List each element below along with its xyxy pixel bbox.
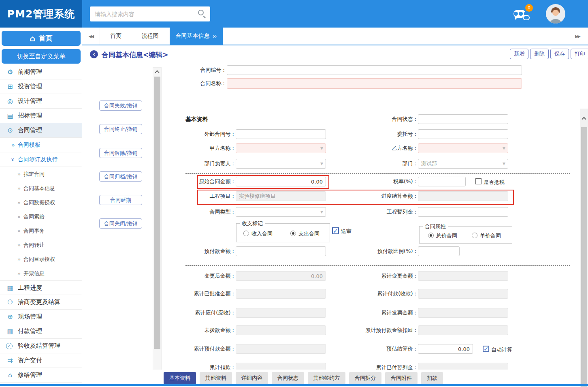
tab-close-icon[interactable]: ⊗ <box>213 33 217 39</box>
text-field[interactable] <box>418 129 508 139</box>
sidebar-item[interactable]: ⚇洽商变更及结算 <box>0 295 82 310</box>
bottom-tab[interactable]: 基本资料 <box>164 372 196 384</box>
sidebar-home-button[interactable]: ⌂ 首页 <box>2 31 81 46</box>
text-field[interactable] <box>418 177 466 186</box>
contract-action-button[interactable]: 合同归档/撤销 <box>99 171 142 182</box>
contract-action-button[interactable]: 合同延期 <box>99 195 142 205</box>
field-input[interactable] <box>236 177 326 186</box>
select-field[interactable]: ▼ <box>236 159 326 169</box>
search-icon[interactable] <box>198 10 204 15</box>
bottom-tab[interactable]: 其他签约方 <box>308 372 345 384</box>
bottom-tab[interactable]: 合同状态 <box>272 372 304 384</box>
chat-icon-secondary <box>523 15 530 20</box>
sidebar-item[interactable]: ⊕现场管理 <box>0 310 82 324</box>
radio-button[interactable] <box>428 233 434 238</box>
sidebar-item[interactable]: ⇉资产交付 <box>0 353 82 368</box>
bottom-tab[interactable]: 其他资料 <box>200 372 232 384</box>
contract-action-button[interactable]: 合同终止/撤销 <box>99 124 142 134</box>
add-button[interactable]: 新增 <box>510 49 528 59</box>
field-input[interactable] <box>236 129 326 139</box>
bottom-tab[interactable]: 扣款 <box>421 372 443 384</box>
save-button[interactable]: 保存 <box>550 49 569 59</box>
text-field[interactable] <box>236 246 326 256</box>
field-input[interactable] <box>418 207 508 217</box>
text-field[interactable] <box>418 114 508 124</box>
radio-button[interactable] <box>243 231 249 236</box>
print-button[interactable]: 打印 <box>571 49 588 59</box>
switch-menu-button[interactable]: 切换至自定义菜单 <box>2 49 81 64</box>
sidebar-item[interactable]: ⊙合同管理 <box>0 123 82 138</box>
inner-scrollbar[interactable] <box>153 67 162 383</box>
sidebar-item[interactable]: »开票信息 <box>0 266 82 280</box>
text-field[interactable] <box>418 344 473 354</box>
tab-1[interactable]: 首页 <box>101 28 130 45</box>
page-scrollbar-thumb[interactable] <box>581 127 587 387</box>
select-field[interactable]: ▼ <box>236 143 326 153</box>
sidebar-item[interactable]: ▦工程进度 <box>0 280 82 295</box>
radio-button[interactable] <box>472 233 477 238</box>
checkbox[interactable]: ✓ <box>483 346 489 352</box>
field-input[interactable] <box>236 246 326 256</box>
text-field[interactable] <box>227 78 522 89</box>
text-field[interactable] <box>227 65 522 75</box>
sidebar-item[interactable]: ◎设计管理 <box>0 94 82 109</box>
field-input[interactable] <box>236 207 326 217</box>
field-input[interactable] <box>418 177 466 186</box>
bottom-tab[interactable]: 合同附件 <box>385 372 418 384</box>
expand-tabs-icon[interactable]: ▶▶ <box>569 28 586 45</box>
text-field[interactable] <box>418 246 460 256</box>
sidebar-item[interactable]: »合同数据授权 <box>0 195 82 210</box>
page-scrollbar[interactable] <box>580 109 588 387</box>
sidebar-item[interactable]: ⌂修缮管理 <box>0 368 82 383</box>
checkbox[interactable]: ✓ <box>332 227 339 234</box>
sidebar-item-label: 资产交付 <box>18 357 42 364</box>
bottom-tab[interactable]: 合同拆分 <box>349 372 381 384</box>
search-input[interactable] <box>95 6 196 21</box>
sidebar-item[interactable]: »合同模板 <box>0 138 82 152</box>
select-field[interactable]: ▼ <box>418 159 508 169</box>
contract-action-button[interactable]: 合同解除/撤销 <box>99 148 142 158</box>
page-scroll-up-icon[interactable] <box>582 117 586 121</box>
sidebar-item-label: 合同数据授权 <box>23 199 55 206</box>
contract-action-button[interactable]: 合同失效/撤销 <box>99 100 142 111</box>
field-input[interactable] <box>236 143 326 153</box>
field-input[interactable] <box>418 143 508 153</box>
collapse-tabs-icon[interactable]: ◀◀ <box>82 28 100 45</box>
field-input[interactable] <box>236 159 326 169</box>
sidebar-item[interactable]: ⚙前期管理 <box>0 65 82 79</box>
sidebar-item[interactable]: ▥付款管理 <box>0 324 82 339</box>
radio-button[interactable] <box>290 231 296 236</box>
sidebar-item[interactable]: »拟定合同 <box>0 167 82 181</box>
tab-3[interactable]: 合同基本信息⊗ <box>170 28 223 45</box>
text-field[interactable] <box>236 129 326 139</box>
select-field[interactable]: ▼ <box>418 143 508 153</box>
sidebar-item[interactable]: »合同事务 <box>0 224 82 238</box>
sidebar-item[interactable]: »合同签订及执行 <box>0 152 82 167</box>
delete-button[interactable]: 删除 <box>530 49 549 59</box>
sidebar-item[interactable]: »合同索赔 <box>0 210 82 224</box>
sidebar-item[interactable]: »合同转让 <box>0 238 82 252</box>
back-button[interactable]: ‹ <box>90 50 98 58</box>
sidebar-item[interactable]: ✓验收及结算管理 <box>0 339 82 353</box>
contract-action-button[interactable]: 合同关闭/撤销 <box>99 218 142 229</box>
field-input[interactable] <box>227 65 522 75</box>
sidebar-item[interactable]: »合同基本信息 <box>0 181 82 195</box>
sidebar-item[interactable]: ▤招标管理 <box>0 109 82 123</box>
field-input[interactable] <box>418 159 508 169</box>
tab-2[interactable]: 流程图 <box>131 28 169 45</box>
select-field[interactable]: ▼ <box>236 207 326 217</box>
field-input[interactable] <box>418 246 460 256</box>
sidebar-item[interactable]: »合同目录授权 <box>0 252 82 266</box>
bottom-tab[interactable]: 详细内容 <box>236 372 268 384</box>
field-input[interactable] <box>418 129 508 139</box>
messages-button[interactable]: ●●● 0 <box>513 9 528 19</box>
checkbox[interactable] <box>475 178 481 184</box>
field-input[interactable] <box>227 78 522 89</box>
search-box[interactable] <box>90 6 210 21</box>
field-input[interactable] <box>418 344 473 354</box>
text-field[interactable] <box>418 207 508 217</box>
text-field[interactable] <box>236 177 326 186</box>
sidebar-item[interactable]: ⊞投资管理 <box>0 79 82 94</box>
field-input[interactable] <box>418 114 508 124</box>
user-avatar[interactable] <box>546 4 565 24</box>
